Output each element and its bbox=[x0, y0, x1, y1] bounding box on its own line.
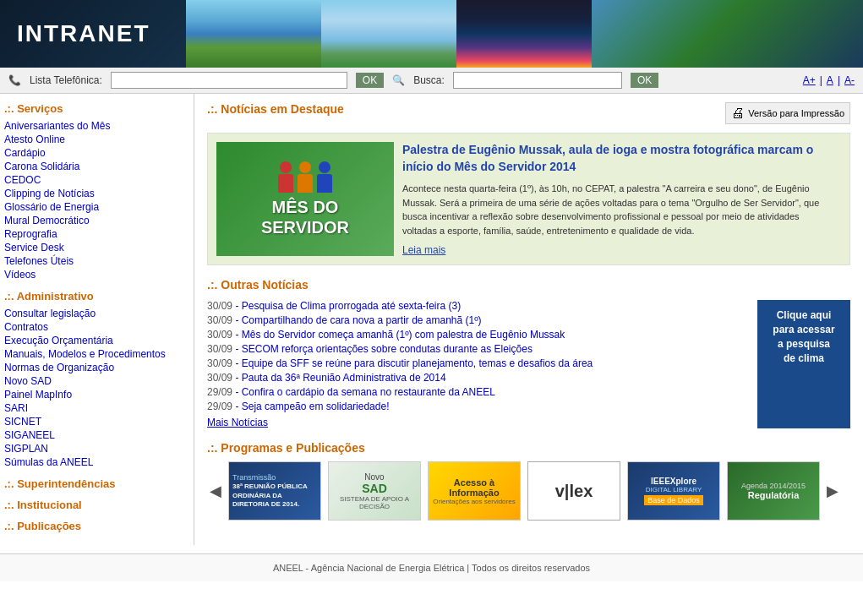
font-separator-1: | bbox=[820, 74, 822, 86]
clima-banner[interactable]: Clique aqui para acessar a pesquisa de c… bbox=[757, 300, 850, 428]
news-link-3[interactable]: - SECOM reforça orientações sobre condut… bbox=[235, 343, 533, 355]
news-link-2[interactable]: - Mês do Servidor começa amanhã (1º) com… bbox=[235, 329, 565, 341]
sidebar-item-painel[interactable]: Painel MapInfo bbox=[4, 388, 189, 401]
sidebar-item-clipping[interactable]: Clipping de Notícias bbox=[4, 187, 189, 200]
content-area: .:. Notícias em Destaque Versão para Imp… bbox=[194, 94, 863, 545]
font-controls: A+ | A | A- bbox=[803, 74, 855, 86]
other-news-list: 30/09 - Pesquisa de Clima prorrogada até… bbox=[207, 300, 749, 428]
news-item-5: 30/09 - Pauta da 36ª Reunião Administrat… bbox=[207, 372, 749, 384]
sidebar-item-cardapio[interactable]: Cardápio bbox=[4, 146, 189, 160]
news-item-3: 30/09 - SECOM reforça orientações sobre … bbox=[207, 343, 749, 355]
news-link-7[interactable]: - Seja campeão em solidariedade! bbox=[235, 401, 389, 412]
sidebar-item-telefones[interactable]: Telefones Úteis bbox=[4, 254, 189, 268]
program-item-ieee[interactable]: IEEEXplore DIGITAL LIBRARY Base de Dados bbox=[627, 461, 720, 521]
news-item-6: 29/09 - Confira o cardápio da semana no … bbox=[207, 386, 749, 398]
header-image-windmill bbox=[321, 0, 456, 68]
phone-label: Lista Telefônica: bbox=[30, 74, 102, 86]
version-print-button[interactable]: Versão para Impressão bbox=[725, 102, 850, 124]
printer-icon bbox=[731, 106, 745, 121]
sidebar: .:. Serviços Aniversariantes do Mês Ates… bbox=[0, 94, 194, 545]
sidebar-item-contratos[interactable]: Contratos bbox=[4, 320, 189, 334]
sidebar-item-siganeel[interactable]: SIGANEEL bbox=[4, 428, 189, 442]
sidebar-item-normas[interactable]: Normas de Organização bbox=[4, 361, 189, 374]
program-item-transmissao[interactable]: Transmissão 38ª REUNIÃO PÚBLICA ORDINÁRI… bbox=[228, 461, 321, 521]
sidebar-item-novosad[interactable]: Novo SAD bbox=[4, 374, 189, 388]
sidebar-item-carona[interactable]: Carona Solidária bbox=[4, 160, 189, 173]
main-layout: .:. Serviços Aniversariantes do Mês Ates… bbox=[0, 94, 863, 545]
search-input[interactable] bbox=[453, 72, 622, 89]
other-news-title: .:. Outras Notícias bbox=[207, 278, 850, 292]
intranet-logo: INTRANET bbox=[0, 0, 186, 68]
sidebar-admin-header: .:. Administrativo bbox=[4, 290, 189, 303]
featured-news-body: Acontece nesta quarta-feira (1º), às 10h… bbox=[402, 182, 833, 237]
news-item-7: 29/09 - Seja campeão em solidariedade! bbox=[207, 401, 749, 412]
content-top-bar: .:. Notícias em Destaque Versão para Imp… bbox=[207, 102, 850, 124]
sidebar-item-reprografia[interactable]: Reprografia bbox=[4, 227, 189, 241]
sidebar-item-manuais[interactable]: Manuais, Modelos e Procedimentos bbox=[4, 347, 189, 361]
news-link-5[interactable]: - Pauta da 36ª Reunião Administrativa de… bbox=[235, 372, 445, 384]
sidebar-publicacoes-header: .:. Publicações bbox=[4, 520, 189, 532]
sidebar-superintendencias-header: .:. Superintendências bbox=[4, 477, 189, 490]
programs-carousel: ◀ Transmissão 38ª REUNIÃO PÚBLICA ORDINÁ… bbox=[207, 461, 850, 521]
font-increase[interactable]: A+ bbox=[803, 74, 816, 86]
sidebar-item-mural[interactable]: Mural Democrático bbox=[4, 214, 189, 227]
news-link-6[interactable]: - Confira o cardápio da semana no restau… bbox=[235, 386, 495, 398]
search-magnifier-icon bbox=[392, 74, 405, 86]
program-item-agenda[interactable]: Agenda 2014/2015 Regulatória bbox=[727, 461, 820, 521]
news-link-1[interactable]: - Compartilhando de cara nova a partir d… bbox=[235, 314, 481, 326]
footer: ANEEL - Agência Nacional de Energia Elét… bbox=[0, 553, 863, 581]
version-print-label: Versão para Impressão bbox=[748, 108, 844, 118]
sidebar-item-sumulas[interactable]: Súmulas da ANEEL bbox=[4, 455, 189, 469]
sidebar-item-sigplan[interactable]: SIGPLAN bbox=[4, 442, 189, 455]
featured-section-title: .:. Notícias em Destaque bbox=[207, 102, 344, 116]
program-item-novosad[interactable]: Novo SAD SISTEMA DE APOIO A DECISÃO bbox=[328, 461, 421, 521]
news-item-1: 30/09 - Compartilhando de cara nova a pa… bbox=[207, 314, 749, 326]
news-link-4[interactable]: - Equipe da SFF se reúne para discutir p… bbox=[235, 357, 593, 369]
sidebar-item-sicnet[interactable]: SICNET bbox=[4, 415, 189, 428]
search-ok-button[interactable]: OK bbox=[631, 73, 658, 88]
header-image-waterfall bbox=[186, 0, 321, 68]
program-item-vlex[interactable]: v|lex bbox=[527, 461, 620, 521]
font-separator-2: | bbox=[838, 74, 840, 86]
footer-text: ANEEL - Agência Nacional de Energia Elét… bbox=[273, 563, 590, 573]
news-item-0: 30/09 - Pesquisa de Clima prorrogada até… bbox=[207, 300, 749, 312]
logo-text: INTRANET bbox=[17, 20, 150, 47]
news-link-0[interactable]: - Pesquisa de Clima prorrogada até sexta… bbox=[235, 300, 461, 312]
header-image-city bbox=[456, 0, 592, 68]
sidebar-item-aniversariantes[interactable]: Aniversariantes do Mês bbox=[4, 119, 189, 133]
featured-read-more-link[interactable]: Leia mais bbox=[402, 244, 445, 256]
sidebar-item-sari[interactable]: SARI bbox=[4, 401, 189, 415]
featured-news-title: Palestra de Eugênio Mussak, aula de ioga… bbox=[402, 142, 833, 175]
news-item-4: 30/09 - Equipe da SFF se reúne para disc… bbox=[207, 357, 749, 369]
sidebar-item-videos[interactable]: Vídeos bbox=[4, 268, 189, 281]
sidebar-item-cedoc[interactable]: CEDOC bbox=[4, 173, 189, 187]
program-item-acesso-informacao[interactable]: Acesso àInformação Orientações aos servi… bbox=[428, 461, 521, 521]
toolbar: Lista Telefônica: OK Busca: OK A+ | A | … bbox=[0, 68, 863, 94]
phone-icon bbox=[8, 74, 21, 86]
phone-ok-button[interactable]: OK bbox=[356, 73, 384, 88]
phone-input[interactable] bbox=[111, 72, 347, 89]
sidebar-item-execucao[interactable]: Execução Orçamentária bbox=[4, 334, 189, 347]
header-banner: INTRANET bbox=[0, 0, 863, 68]
featured-news-image: MÊS DOSERVIDOR bbox=[216, 142, 394, 256]
featured-news-block: MÊS DOSERVIDOR Palestra de Eugênio Mussa… bbox=[207, 133, 850, 265]
carousel-right-arrow[interactable]: ▶ bbox=[824, 482, 841, 500]
other-news-container: 30/09 - Pesquisa de Clima prorrogada até… bbox=[207, 300, 850, 428]
featured-news-text: Palestra de Eugênio Mussak, aula de ioga… bbox=[394, 142, 841, 256]
sidebar-item-glossario[interactable]: Glossário de Energia bbox=[4, 200, 189, 214]
mais-noticias-link[interactable]: Mais Notícias bbox=[207, 417, 749, 428]
carousel-left-arrow[interactable]: ◀ bbox=[207, 482, 224, 500]
font-normal[interactable]: A bbox=[827, 74, 833, 86]
programs-items: Transmissão 38ª REUNIÃO PÚBLICA ORDINÁRI… bbox=[228, 461, 820, 521]
busca-label: Busca: bbox=[413, 74, 445, 86]
news-item-2: 30/09 - Mês do Servidor começa amanhã (1… bbox=[207, 329, 749, 341]
sidebar-item-legislacao[interactable]: Consultar legislação bbox=[4, 307, 189, 320]
sidebar-item-atesto[interactable]: Atesto Online bbox=[4, 133, 189, 146]
programs-title: .:. Programas e Publicações bbox=[207, 441, 850, 455]
font-decrease[interactable]: A- bbox=[844, 74, 855, 86]
sidebar-institucional-header: .:. Institucional bbox=[4, 499, 189, 511]
sidebar-services-header: .:. Serviços bbox=[4, 102, 189, 115]
clima-banner-text: Clique aqui para acessar a pesquisa de c… bbox=[773, 309, 834, 363]
sidebar-item-servicedesk[interactable]: Service Desk bbox=[4, 241, 189, 254]
